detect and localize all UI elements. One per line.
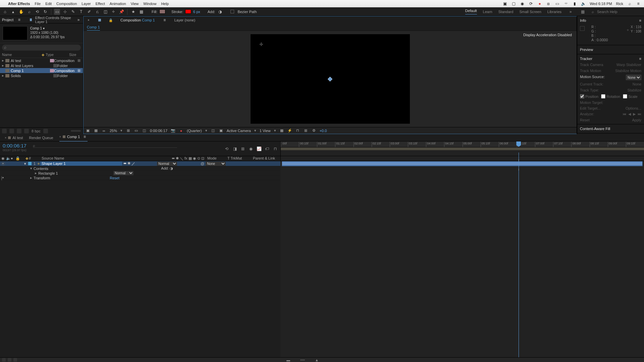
item-name[interactable]: Comp 1 [11,69,50,73]
region-icon[interactable]: ◫ [211,128,215,133]
switch-icon[interactable]: ⬌ [172,156,175,161]
workspace-grid-icon[interactable]: ▦ [580,9,586,15]
panel-menu-icon[interactable]: ≡ [639,18,641,22]
timeline-tab-rq[interactable]: Render Queue [29,136,53,140]
pen-tool-icon[interactable]: ✎ [70,9,76,15]
rect-mode-select[interactable]: Normal [113,171,133,175]
viewer-timecode[interactable]: 0:00:06:17 [150,129,167,133]
menu-view[interactable]: View [131,2,139,6]
exposure-value[interactable]: +0.0 [320,129,327,133]
status-dot-icon[interactable]: ● [537,1,542,6]
color-depth-icon[interactable] [24,129,29,133]
exposure-reset-icon[interactable]: ⚙ [312,128,316,133]
blend-mode-select[interactable]: Normal [157,162,177,166]
switch-icon[interactable]: ✱ [176,156,179,161]
trkmat-column[interactable]: T TrkMat [227,156,249,161]
close-icon[interactable]: × [59,135,61,138]
layer-row[interactable]: ▾ 1 ★ Shape Layer 1 ⬌ ✱ ／ Normal @ None [0,161,280,166]
ruler-tick[interactable]: 00:15f [299,142,308,147]
crumb-comp[interactable]: Comp 1 [87,25,100,31]
mode-column[interactable]: Mode [205,156,227,161]
home-icon[interactable]: ⌂ [2,9,8,15]
caf-title[interactable]: Content-Aware Fill [580,127,610,131]
ruler-tick[interactable]: 01:00f [317,142,326,147]
ruler-tick[interactable]: 07:15f [553,142,562,147]
sync-icon[interactable]: ⟳ [529,1,533,6]
project-tab-menu-icon[interactable]: ≡ [17,17,21,23]
playhead-line[interactable] [519,153,519,357]
dropbox-icon[interactable]: ⧈ [546,1,551,6]
preview-title[interactable]: Preview [580,48,593,52]
parent-select[interactable]: None [206,162,226,166]
item-name[interactable]: AI test [11,59,50,63]
expand-icon[interactable]: ▾ [30,166,34,171]
ruler-tick[interactable]: 05:00f [463,142,472,147]
label-column-icon[interactable]: ◆ [42,53,46,57]
item-name[interactable]: Solids [11,74,53,78]
stroke-label[interactable]: Stroke: [171,10,183,14]
lock-icon[interactable]: 🔒 [108,17,114,23]
toggle-in-out-icon[interactable] [13,358,17,362]
switch-collapse-icon[interactable]: ✱ [127,161,130,166]
display-icon[interactable]: ▢ [511,1,516,6]
av-column-icon[interactable]: ◉ [1,156,5,161]
fill-swatch[interactable] [159,9,165,14]
layer-tab[interactable]: Layer (none) [174,18,195,22]
ruler-tick[interactable]: 05:15f [481,142,490,147]
pixel-aspect-icon[interactable]: ▦ [279,128,284,133]
workspace-overflow-icon[interactable]: » [568,9,574,15]
project-tab[interactable]: Project [2,18,13,22]
brush-tool-icon[interactable]: ✐ [86,9,92,15]
comp-name[interactable]: Comp 1 ▾ [30,26,65,31]
menu-animation[interactable]: Animation [110,2,126,6]
views-selector[interactable]: 1 View [260,129,271,133]
star-option-icon[interactable]: ★ [130,9,136,15]
layer-name[interactable]: Shape Layer 1 [40,162,122,166]
project-search-input[interactable] [2,45,81,51]
project-columns-header[interactable]: Name ◆ Type Size [0,52,83,58]
bezier-checkbox[interactable] [230,10,234,13]
guides-icon[interactable]: ▭ [134,128,139,133]
time-ruler[interactable]: :00f00:15f01:00f01:15f02:00f02:15f03:00f… [280,141,644,156]
interpret-icon[interactable] [2,129,7,133]
camera-selector[interactable]: Active Camera [227,129,251,133]
col-type[interactable]: Type [46,53,69,57]
ruler-tick[interactable]: 02:00f [354,142,363,147]
zoom-out-icon[interactable]: ▬ [286,358,290,362]
tracker-title[interactable]: Tracker [580,57,592,61]
toggle-switches-icon[interactable] [2,358,6,362]
resolution-icon[interactable]: ⊞ [126,128,130,133]
switch-shy-icon[interactable]: ⬌ [123,161,126,166]
audio-column-icon[interactable]: 🔈 [6,156,10,161]
roto-tool-icon[interactable]: ✧ [110,9,116,15]
ruler-tick[interactable]: 01:15f [335,142,344,147]
workspace-standard[interactable]: Standard [498,10,514,14]
eraser-tool-icon[interactable]: ◫ [102,9,108,15]
panel-overflow-icon[interactable]: » [76,17,81,23]
switch-icon[interactable]: ◉ [193,156,196,161]
bpc-label[interactable]: 8 bpc [32,129,41,133]
puppet-tool-icon[interactable]: 📌 [118,9,124,15]
rotate-tool-icon[interactable]: ↻ [42,9,48,15]
col-name[interactable]: Name [2,53,42,57]
switch-icon[interactable]: ▦ [189,156,192,161]
always-preview-icon[interactable]: ▣ [86,128,90,133]
switch-icon[interactable]: ⊙ [197,156,200,161]
pickwhip-icon[interactable]: @ [201,162,204,166]
ruler-tick[interactable]: 04:15f [444,142,453,147]
project-item[interactable]: ▸ AI test Composition ⊞ [0,58,83,63]
fast-preview-icon[interactable]: ⚡ [287,128,292,133]
selection-tool-icon[interactable]: ▴ [10,9,16,15]
timeline-search-input[interactable] [33,143,177,148]
ruler-tick[interactable]: 09:15f [626,142,635,147]
ruler-tick[interactable]: 03:15f [408,142,417,147]
fill-label[interactable]: Fill: [152,10,157,14]
transparency-grid-icon[interactable]: ▦ [94,128,98,133]
workspace-learn[interactable]: Learn [483,10,492,14]
comp-canvas[interactable]: ✛ [251,34,410,124]
notifications-icon[interactable]: ≡ [636,1,641,6]
expand-icon[interactable]: ▸ [2,58,5,63]
trash-icon[interactable] [43,129,48,133]
wifi-icon[interactable]: ⌔ [564,1,568,6]
work-area-bar[interactable] [281,147,644,150]
